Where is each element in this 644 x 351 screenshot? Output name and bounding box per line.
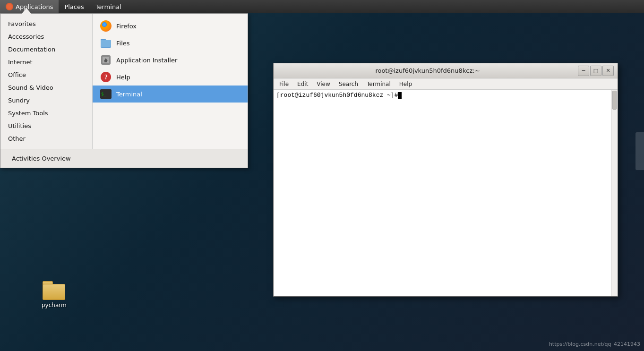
menu-item-utilities[interactable]: Utilities bbox=[0, 120, 92, 132]
terminal-menu-file[interactable]: File bbox=[275, 80, 292, 88]
terminal-menu-help[interactable]: Help bbox=[395, 80, 416, 88]
menu-right-panel: Firefox Files bbox=[93, 14, 248, 149]
files-label: Files bbox=[116, 40, 130, 47]
activities-overview[interactable]: Activities Overview bbox=[8, 153, 75, 164]
terminal-content[interactable]: [root@izuf60jvkun5h0fd6nu8kcz ~]# bbox=[274, 90, 618, 296]
minimize-button[interactable]: ─ bbox=[578, 66, 589, 76]
firefox-icon-wrapper bbox=[100, 20, 112, 32]
menu-right-firefox[interactable]: Firefox bbox=[93, 17, 248, 34]
folder-icon bbox=[43, 281, 65, 300]
taskbar-places[interactable]: Places bbox=[59, 0, 89, 13]
firefox-label: Firefox bbox=[116, 23, 137, 30]
files-icon bbox=[100, 37, 112, 49]
terminal-label: Terminal bbox=[116, 91, 142, 98]
maximize-button[interactable]: □ bbox=[590, 66, 601, 76]
terminal-menubar: File Edit View Search Terminal Help bbox=[274, 78, 618, 90]
taskbar-places-label: Places bbox=[64, 3, 84, 10]
menu-item-sound-video[interactable]: Sound & Video bbox=[0, 81, 92, 94]
terminal-prompt-text: [root@izuf60jvkun5h0fd6nu8kcz ~]# bbox=[276, 92, 398, 99]
menu-item-system-tools[interactable]: System Tools bbox=[0, 107, 92, 120]
files-icon-wrapper bbox=[100, 37, 112, 49]
menu-left-panel: Favorites Accessories Documentation Inte… bbox=[0, 14, 93, 149]
svg-text:$_: $_ bbox=[101, 92, 106, 96]
menu-arrow bbox=[22, 8, 31, 14]
svg-rect-6 bbox=[104, 61, 107, 62]
watermark: https://blog.csdn.net/qq_42141943 bbox=[549, 341, 640, 347]
terminal-icon-wrapper: $_ bbox=[100, 88, 112, 100]
taskbar: Applications Places Terminal bbox=[0, 0, 644, 13]
terminal-menu-view[interactable]: View bbox=[313, 80, 334, 88]
terminal-menu-terminal[interactable]: Terminal bbox=[363, 80, 395, 88]
taskbar-terminal[interactable]: Terminal bbox=[90, 0, 127, 13]
menu-item-documentation[interactable]: Documentation bbox=[0, 43, 92, 56]
terminal-prompt-line: [root@izuf60jvkun5h0fd6nu8kcz ~]# bbox=[276, 92, 615, 99]
help-label: Help bbox=[116, 74, 130, 81]
installer-label: Application Installer bbox=[116, 57, 177, 64]
menu-right-installer[interactable]: Application Installer bbox=[93, 51, 248, 68]
terminal-window: root@izuf60jvkun5h0fd6nu8kcz:~ ─ □ ✕ Fil… bbox=[273, 63, 618, 297]
taskbar-terminal-label: Terminal bbox=[95, 3, 121, 10]
gnome-icon bbox=[6, 3, 13, 10]
terminal-cursor bbox=[398, 92, 402, 99]
help-icon: ? bbox=[100, 71, 112, 83]
installer-icon-wrapper bbox=[100, 54, 112, 66]
menu-footer: Activities Overview bbox=[0, 149, 248, 168]
menu-item-internet[interactable]: Internet bbox=[0, 56, 92, 68]
menu-right-terminal[interactable]: $_ Terminal bbox=[93, 86, 248, 103]
firefox-icon bbox=[100, 20, 112, 32]
application-menu: Favorites Accessories Documentation Inte… bbox=[0, 13, 248, 168]
installer-icon bbox=[100, 54, 112, 66]
desktop-folder-pycharm[interactable]: pycharm bbox=[42, 281, 67, 308]
taskbar-applications-label: Applications bbox=[16, 3, 53, 10]
terminal-scrollbar[interactable] bbox=[611, 90, 618, 296]
folder-label: pycharm bbox=[42, 302, 67, 308]
terminal-menu-search[interactable]: Search bbox=[335, 80, 362, 88]
menu-item-favorites[interactable]: Favorites bbox=[0, 17, 92, 30]
menu-item-sundry[interactable]: Sundry bbox=[0, 94, 92, 107]
terminal-titlebar: root@izuf60jvkun5h0fd6nu8kcz:~ ─ □ ✕ bbox=[274, 63, 618, 78]
menu-item-other[interactable]: Other bbox=[0, 132, 92, 145]
menu-item-accessories[interactable]: Accessories bbox=[0, 30, 92, 43]
menu-item-office[interactable]: Office bbox=[0, 68, 92, 81]
window-controls: ─ □ ✕ bbox=[578, 66, 614, 76]
folder-body bbox=[43, 284, 65, 300]
menu-body: Favorites Accessories Documentation Inte… bbox=[0, 14, 248, 149]
svg-rect-2 bbox=[101, 40, 111, 47]
close-button[interactable]: ✕ bbox=[602, 66, 614, 76]
sidebar-widget bbox=[635, 132, 644, 170]
help-icon-wrapper: ? bbox=[100, 71, 112, 83]
terminal-window-title: root@izuf60jvkun5h0fd6nu8kcz:~ bbox=[277, 67, 578, 74]
menu-right-help[interactable]: ? Help bbox=[93, 68, 248, 86]
scrollbar-thumb[interactable] bbox=[612, 91, 617, 110]
terminal-menu-edit[interactable]: Edit bbox=[293, 80, 312, 88]
menu-right-files[interactable]: Files bbox=[93, 34, 248, 51]
svg-text:?: ? bbox=[104, 74, 108, 81]
terminal-icon: $_ bbox=[100, 89, 112, 99]
